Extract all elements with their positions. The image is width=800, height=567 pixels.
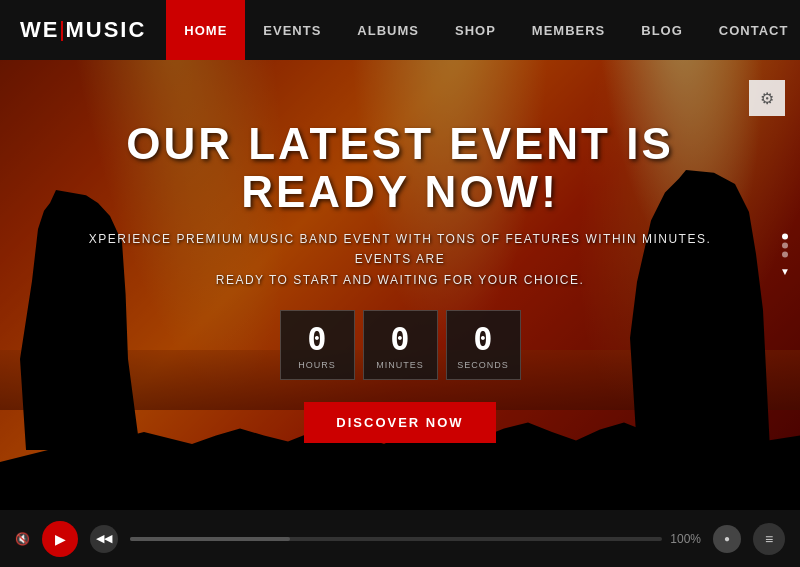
hero-content: OUR LATEST EVENT IS READY NOW! XPERIENCE… [60, 120, 740, 443]
settings-button[interactable]: ⚙ [749, 80, 785, 116]
prev-button[interactable]: ◀◀ [90, 525, 118, 553]
progress-percent: 100% [670, 532, 701, 546]
logo-divider [61, 21, 63, 41]
scroll-dot-1 [782, 234, 788, 240]
scroll-indicator: ▼ [778, 234, 792, 277]
play-button[interactable]: ▶ [42, 521, 78, 557]
thumb-button[interactable]: ● [713, 525, 741, 553]
countdown-minutes: 0 MINUTES [363, 310, 438, 380]
logo-we: WE [20, 17, 59, 42]
nav-item-blog[interactable]: BLOG [623, 0, 701, 60]
thumb-icon: ● [724, 533, 730, 544]
prev-icon: ◀◀ [96, 532, 112, 545]
hero-section: OUR LATEST EVENT IS READY NOW! XPERIENCE… [0, 0, 800, 510]
countdown-timer: 0 HOURS 0 MINUTES 0 SECONDS [60, 310, 740, 380]
nav-item-albums[interactable]: ALBUMS [339, 0, 437, 60]
nav-items: HOME EVENTS ALBUMS SHOP MEMBERS BLOG CON… [166, 0, 800, 60]
nav-item-members[interactable]: MEMBERS [514, 0, 623, 60]
hero-title: OUR LATEST EVENT IS READY NOW! [60, 120, 740, 217]
scroll-dot-2 [782, 243, 788, 249]
play-icon: ▶ [55, 531, 66, 547]
progress-track[interactable] [130, 537, 662, 541]
scroll-arrow: ▼ [780, 266, 790, 277]
media-player: 🔇 ▶ ◀◀ 100% ● ≡ [0, 510, 800, 567]
gear-icon: ⚙ [760, 89, 774, 108]
nav-item-events[interactable]: EVENTS [245, 0, 339, 60]
menu-icon: ≡ [765, 531, 773, 547]
progress-fill [130, 537, 290, 541]
mute-icon[interactable]: 🔇 [15, 532, 30, 546]
site-logo[interactable]: WEMUSIC [0, 17, 166, 43]
nav-item-shop[interactable]: SHOP [437, 0, 514, 60]
countdown-hours: 0 HOURS [280, 310, 355, 380]
main-nav: WEMUSIC HOME EVENTS ALBUMS SHOP MEMBERS … [0, 0, 800, 60]
nav-item-contact[interactable]: CONTACT [701, 0, 800, 60]
logo-music: MUSIC [65, 17, 146, 42]
menu-button[interactable]: ≡ [753, 523, 785, 555]
hero-subtitle: XPERIENCE PREMIUM MUSIC BAND EVENT WITH … [60, 229, 740, 290]
discover-button[interactable]: DISCOVER NOW [304, 402, 495, 443]
progress-bar[interactable]: 100% [130, 532, 701, 546]
nav-item-home[interactable]: HOME [166, 0, 245, 60]
scroll-dot-3 [782, 252, 788, 258]
countdown-seconds: 0 SECONDS [446, 310, 521, 380]
